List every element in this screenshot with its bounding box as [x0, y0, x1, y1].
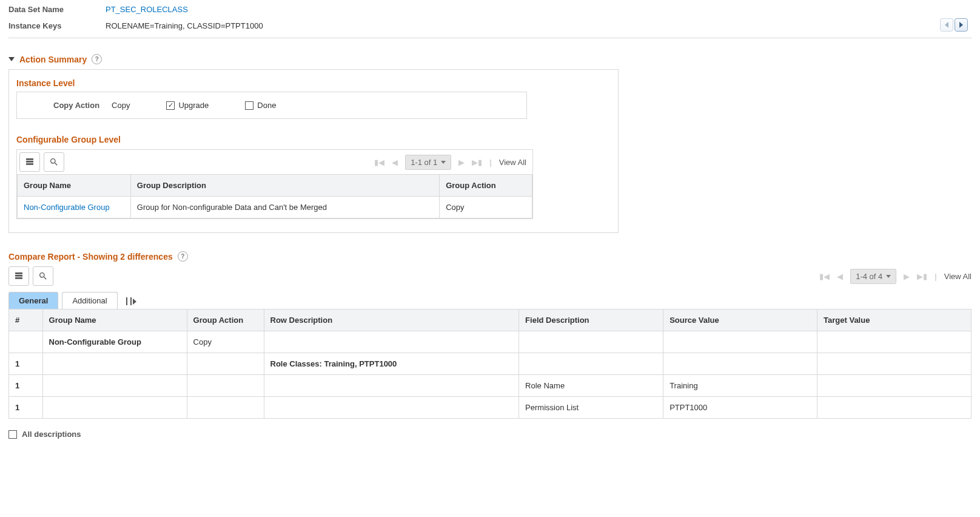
group-description-cell: Group for Non-configurable Data and Can'… — [130, 197, 439, 218]
cell: 1 — [9, 397, 43, 419]
table-row: 1Role NameTraining — [9, 375, 972, 397]
configurable-group-level-heading: Configurable Group Level — [16, 135, 611, 144]
instance-level-box: Copy Action Copy Upgrade Done — [16, 92, 527, 119]
prev-page-button[interactable]: ◀ — [392, 158, 398, 167]
done-label: Done — [257, 101, 276, 110]
checkbox-empty-icon — [245, 101, 253, 110]
find-button[interactable] — [33, 266, 53, 286]
personalize-grid-button[interactable] — [8, 266, 29, 286]
upgrade-label: Upgrade — [178, 101, 209, 110]
all-descriptions-label: All descriptions — [22, 430, 81, 439]
cell: PTPT1000 — [663, 397, 817, 419]
col-group-name[interactable]: Group Name — [18, 175, 131, 197]
done-checkbox[interactable]: Done — [245, 101, 276, 110]
cell — [264, 375, 519, 397]
grid-icon — [14, 271, 24, 281]
cell: Copy — [187, 331, 264, 353]
cell — [519, 353, 663, 375]
col-field-description[interactable]: Field Description — [519, 309, 663, 331]
cell — [187, 397, 264, 419]
tab-additional[interactable]: Additional — [62, 292, 117, 309]
last-page-button[interactable]: ▶▮ — [917, 272, 927, 281]
help-icon[interactable]: ? — [178, 251, 188, 262]
cell: 1 — [9, 375, 43, 397]
first-page-button[interactable]: ▮◀ — [819, 272, 830, 281]
cell: Permission List — [519, 397, 663, 419]
chevron-down-icon — [441, 161, 446, 164]
copy-action-value: Copy — [112, 101, 130, 110]
col-row-description[interactable]: Row Description — [264, 309, 519, 331]
collapse-icon — [8, 57, 15, 61]
row-range-selector[interactable]: 1-4 of 4 — [850, 269, 896, 284]
record-navigator — [940, 18, 968, 32]
last-page-button[interactable]: ▶▮ — [472, 158, 482, 167]
group-level-grid: Group Name Group Description Group Actio… — [17, 174, 532, 218]
search-icon — [38, 271, 48, 281]
cell — [663, 353, 817, 375]
instance-keys-value: ROLENAME=Training, CLASSID=PTPT1000 — [106, 21, 263, 30]
tab-general[interactable]: General — [8, 292, 58, 309]
next-page-button[interactable]: ▶ — [458, 158, 465, 167]
col-group-name[interactable]: Group Name — [42, 309, 187, 331]
help-icon[interactable]: ? — [92, 54, 102, 64]
cell — [663, 331, 817, 353]
col-group-action[interactable]: Group Action — [440, 175, 532, 197]
cell — [187, 353, 264, 375]
group-name-link[interactable]: Non-Configurable Group — [24, 203, 110, 212]
compare-report-title: Compare Report - Showing 2 differences — [8, 252, 173, 262]
next-page-button[interactable]: ▶ — [904, 272, 910, 281]
table-row: Non-Configurable Group Group for Non-con… — [18, 197, 532, 218]
first-page-button[interactable]: ▮◀ — [374, 158, 384, 167]
table-row: 1Role Classes: Training, PTPT1000 — [9, 353, 972, 375]
expand-right-icon — [133, 299, 136, 305]
personalize-grid-button[interactable] — [19, 152, 40, 172]
upgrade-checkbox[interactable]: Upgrade — [166, 101, 209, 110]
chevron-left-icon — [945, 22, 948, 28]
cell — [817, 331, 972, 353]
col-num[interactable]: # — [9, 309, 43, 331]
grid-icon — [25, 157, 35, 167]
col-target-value[interactable]: Target Value — [817, 309, 972, 331]
data-set-name-label: Data Set Name — [8, 5, 106, 14]
find-button[interactable] — [44, 152, 64, 172]
cell — [42, 375, 187, 397]
col-source-value[interactable]: Source Value — [663, 309, 817, 331]
cell — [264, 397, 519, 419]
checkbox-empty-icon — [8, 430, 17, 439]
table-row: Non-Configurable GroupCopy — [9, 331, 972, 353]
cell: Role Name — [519, 375, 663, 397]
col-group-description[interactable]: Group Description — [130, 175, 439, 197]
action-summary-title: Action Summary — [19, 55, 87, 64]
table-row: 1Permission ListPTPT1000 — [9, 397, 972, 419]
data-set-name-link[interactable]: PT_SEC_ROLECLASS — [106, 5, 188, 14]
cell — [187, 375, 264, 397]
columns-icon — [126, 297, 132, 305]
col-group-action[interactable]: Group Action — [187, 309, 264, 331]
checkbox-checked-icon — [166, 101, 175, 110]
chevron-down-icon — [886, 275, 891, 278]
next-record-button[interactable] — [955, 18, 968, 32]
row-range-selector[interactable]: 1-1 of 1 — [405, 155, 451, 170]
prev-record-button[interactable] — [940, 18, 953, 32]
cell — [42, 397, 187, 419]
cell: 1 — [9, 353, 43, 375]
cell — [817, 353, 972, 375]
action-summary-heading[interactable]: Action Summary ? — [8, 54, 972, 64]
cell — [264, 331, 519, 353]
chevron-right-icon — [959, 22, 963, 28]
cell — [9, 331, 43, 353]
show-all-columns-button[interactable] — [121, 294, 141, 309]
action-summary-panel: Instance Level Copy Action Copy Upgrade … — [8, 69, 619, 233]
view-all-link[interactable]: View All — [499, 158, 526, 167]
instance-keys-label: Instance Keys — [8, 21, 106, 30]
cell — [519, 331, 663, 353]
search-icon — [49, 157, 59, 167]
all-descriptions-checkbox[interactable] — [8, 430, 17, 439]
prev-page-button[interactable]: ◀ — [837, 272, 843, 281]
row-range-text: 1-4 of 4 — [856, 272, 882, 281]
cell — [817, 397, 972, 419]
copy-action-label: Copy Action — [53, 101, 99, 110]
cell — [42, 353, 187, 375]
view-all-link[interactable]: View All — [944, 272, 972, 281]
instance-level-heading: Instance Level — [16, 78, 611, 88]
